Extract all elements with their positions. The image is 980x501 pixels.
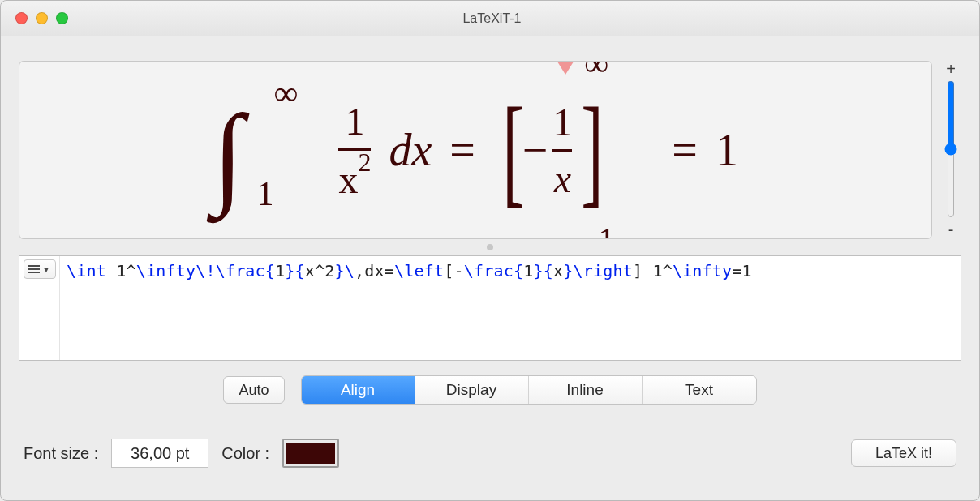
chevron-down-icon: ▼ — [42, 265, 50, 274]
fraction-numerator: 1 — [345, 99, 364, 143]
equals-sign: = — [672, 124, 698, 176]
fraction-numerator: 1 — [552, 100, 572, 144]
hamburger-icon — [28, 265, 40, 273]
zoom-in-icon[interactable]: + — [946, 61, 956, 77]
mode-tab-inline[interactable]: Inline — [529, 376, 643, 404]
source-token: =1 — [732, 261, 751, 280]
baseline-marker-icon — [557, 62, 574, 75]
source-token: { — [514, 261, 523, 280]
source-token: \frac — [464, 261, 514, 280]
source-token: x^2 — [305, 261, 335, 280]
source-token: 1 — [275, 261, 285, 280]
source-token: \right — [573, 261, 632, 280]
bracket-upper-limit: ∞ — [584, 61, 608, 84]
rendered-formula: ∫ 1 ∞ 1 x2 dx = [ − 1 x — [213, 99, 738, 202]
footer-row: Font size : Color : LaTeX it! — [19, 439, 961, 468]
window-title: LaTeXiT-1 — [19, 11, 965, 26]
source-token: \infty\!\frac — [136, 261, 265, 280]
result-value: 1 — [716, 124, 738, 176]
fraction-bar-icon — [552, 149, 572, 152]
pane-splitter[interactable] — [19, 241, 961, 254]
mode-row: Auto AlignDisplayInlineText — [19, 375, 961, 405]
bracket-lower-limit: 1 — [598, 221, 615, 240]
source-token: ,dx= — [355, 261, 394, 280]
latex-source-input[interactable]: \int_1^\infty\!\frac{1}{x^2}\,dx=\left[-… — [60, 256, 961, 360]
font-size-label: Font size : — [24, 444, 98, 463]
integral-lower-limit: 1 — [256, 174, 273, 213]
source-token: \int — [67, 261, 106, 280]
differential: dx — [389, 124, 432, 176]
source-token: - — [454, 261, 464, 280]
fraction-denominator: x2 — [338, 156, 371, 202]
content: ∫ 1 ∞ 1 x2 dx = [ − 1 x — [1, 36, 979, 500]
source-token: \infty — [673, 261, 732, 280]
source-token: }{ — [285, 261, 304, 280]
source-token: ]_1^ — [633, 261, 673, 280]
mode-tab-align[interactable]: Align — [302, 376, 415, 404]
source-token: } — [335, 261, 345, 280]
source-token: \ — [345, 261, 355, 280]
fraction-antiderivative: 1 x — [552, 100, 572, 201]
font-size-field[interactable] — [111, 439, 208, 468]
fraction-denominator: x — [554, 156, 571, 201]
source-token: }{ — [533, 261, 552, 280]
mode-tab-text[interactable]: Text — [643, 376, 756, 404]
minus-sign: − — [522, 124, 548, 176]
auto-button[interactable]: Auto — [223, 376, 284, 404]
editor-gutter: ▼ — [19, 256, 60, 360]
titlebar: LaTeXiT-1 — [1, 1, 979, 36]
latex-it-button[interactable]: LaTeX it! — [851, 439, 956, 467]
left-bracket-icon: [ — [502, 101, 524, 199]
source-token: 1 — [116, 261, 126, 280]
preview-row: ∫ 1 ∞ 1 x2 dx = [ − 1 x — [19, 61, 961, 239]
fraction-integrand: 1 x2 — [338, 99, 371, 202]
source-token: } — [563, 261, 573, 280]
source-token: \left — [394, 261, 444, 280]
mode-tab-display[interactable]: Display — [415, 376, 529, 404]
templates-menu-button[interactable]: ▼ — [24, 259, 56, 279]
formula-preview[interactable]: ∫ 1 ∞ 1 x2 dx = [ − 1 x — [19, 61, 932, 239]
zoom-controls: + - — [940, 61, 961, 239]
source-token: [ — [444, 261, 453, 280]
source-token: 1 — [523, 261, 533, 280]
source-token: { — [265, 261, 275, 280]
source-token: x — [553, 261, 563, 280]
right-bracket-icon: ] — [582, 101, 604, 199]
source-token: ^ — [126, 261, 135, 280]
color-swatch-button[interactable] — [282, 439, 339, 468]
integral-upper-limit: ∞ — [273, 74, 298, 113]
source-token: _ — [106, 261, 116, 280]
zoom-out-icon[interactable]: - — [948, 221, 954, 238]
mode-segmented-control: AlignDisplayInlineText — [301, 375, 757, 405]
bracket-expression: [ − 1 x ] 1 ∞ — [493, 100, 654, 201]
equals-sign: = — [449, 124, 475, 176]
source-editor: ▼ \int_1^\infty\!\frac{1}{x^2}\,dx=\left… — [19, 255, 961, 361]
zoom-slider[interactable] — [941, 80, 961, 218]
color-label: Color : — [221, 444, 269, 463]
color-swatch-preview — [286, 443, 335, 464]
